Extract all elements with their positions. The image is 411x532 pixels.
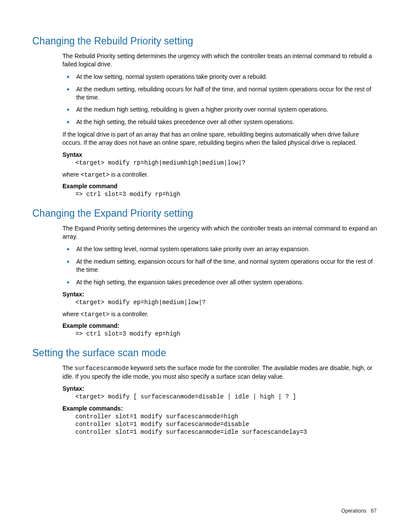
section-surface-scan-mode: Setting the surface scan mode The surfac… [32,347,379,436]
where-code: <target> [81,311,109,318]
syntax-code: <target> modify [ surfacescanmode=disabl… [75,393,379,401]
intro-paragraph: The Rebuild Priority setting determines … [62,52,379,68]
list-item: At the medium setting, expansion occurs … [62,258,379,274]
example-label: Example command [62,183,379,190]
list-item: At the low setting level, normal system … [62,245,379,253]
syntax-code: <target> modify ep=high|medium|low|? [75,299,379,306]
where-suffix: is a controller. [109,171,148,178]
list-item: At the high setting, the rebuild takes p… [62,118,379,126]
section-heading: Changing the Expand Priority setting [32,208,379,219]
where-prefix: where [62,311,81,317]
after-paragraph: If the logical drive is part of an array… [62,131,379,147]
list-item: At the low setting, normal system operat… [62,73,379,81]
section-expand-priority: Changing the Expand Priority setting The… [32,208,379,338]
example-code: => ctrl slot=3 modify rp=high [75,190,379,198]
syntax-label: Syntax [62,151,379,158]
section-heading: Setting the surface scan mode [32,347,379,359]
footer-section: Operations [341,508,367,514]
example-code: controller slot=1 modify surfacescanmode… [75,413,379,436]
where-line: where <target> is a controller. [62,171,379,178]
syntax-label: Syntax: [62,291,379,298]
list-item: At the medium setting, rebuilding occurs… [62,85,379,102]
list-item: At the medium high setting, rebuilding i… [62,106,379,114]
bullet-list: At the low setting level, normal system … [62,245,379,286]
page-footer: Operations 67 [341,508,377,514]
section-heading: Changing the Rebuild Priority setting [32,35,379,47]
intro-code: surfacescanmode [75,365,129,372]
where-prefix: where [62,171,81,178]
list-item: At the high setting, the expansion takes… [62,278,379,286]
syntax-label: Syntax: [62,385,379,392]
intro-paragraph: The Expand Priority setting determines t… [62,224,379,241]
where-code: <target> [81,171,109,178]
syntax-code: <target> modify rp=high|mediumhigh|mediu… [75,159,379,167]
example-label: Example command: [62,322,379,329]
where-line: where <target> is a controller. [62,311,379,318]
bullet-list: At the low setting, normal system operat… [62,73,379,126]
example-label: Example commands: [62,405,379,412]
intro-paragraph: The surfacescanmode keyword sets the sur… [62,364,379,381]
footer-page-number: 67 [371,508,377,514]
where-suffix: is a controller. [109,311,148,317]
section-rebuild-priority: Changing the Rebuild Priority setting Th… [32,35,379,198]
intro-prefix: The [62,364,75,371]
example-code: => ctrl slot=3 modify ep=high [75,330,379,338]
